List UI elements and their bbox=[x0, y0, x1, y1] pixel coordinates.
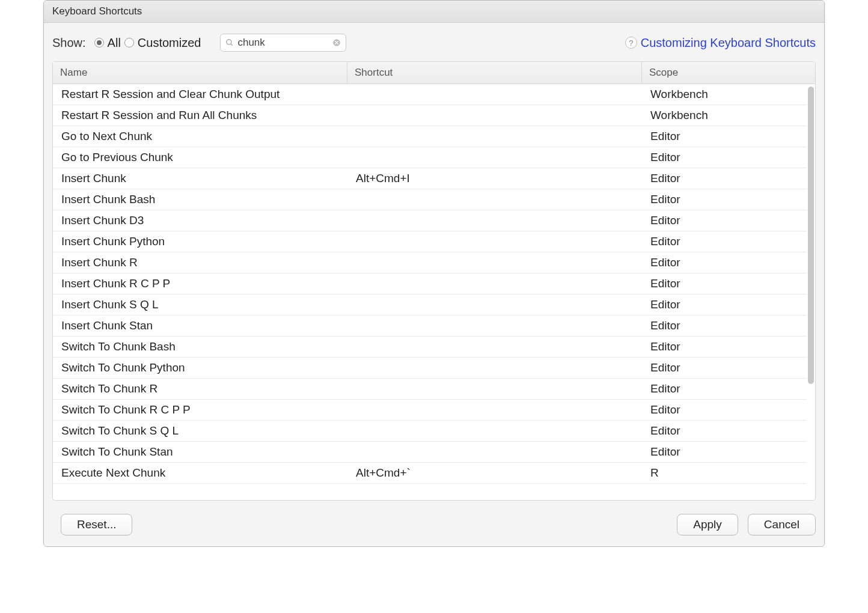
column-header-scope[interactable]: Scope bbox=[642, 62, 815, 84]
table-row[interactable]: Switch To Chunk PythonEditor bbox=[53, 358, 807, 379]
cell-name: Switch To Chunk Bash bbox=[53, 337, 347, 357]
table-row[interactable]: Insert Chunk PythonEditor bbox=[53, 231, 807, 252]
scrollbar[interactable] bbox=[807, 84, 815, 500]
show-radio-group: All Customized bbox=[94, 36, 201, 50]
cell-shortcut[interactable] bbox=[347, 400, 642, 420]
cell-shortcut[interactable] bbox=[347, 252, 642, 273]
scroll-thumb[interactable] bbox=[808, 87, 814, 384]
cell-scope: Editor bbox=[642, 442, 807, 462]
table-row[interactable]: Insert Chunk BashEditor bbox=[53, 189, 807, 210]
table-header: Name Shortcut Scope bbox=[53, 62, 815, 84]
cell-scope: Editor bbox=[642, 252, 807, 273]
cell-shortcut[interactable] bbox=[347, 379, 642, 399]
radio-all-label: All bbox=[108, 36, 121, 50]
cell-shortcut[interactable] bbox=[347, 210, 642, 231]
table-row[interactable]: Switch To Chunk REditor bbox=[53, 379, 807, 400]
table-row[interactable]: Go to Next ChunkEditor bbox=[53, 126, 807, 147]
cell-name: Insert Chunk R C P P bbox=[53, 273, 347, 294]
table-row[interactable]: Insert ChunkAlt+Cmd+IEditor bbox=[53, 168, 807, 189]
cell-name: Execute Next Chunk bbox=[53, 463, 347, 483]
cell-shortcut[interactable]: Alt+Cmd+I bbox=[347, 168, 642, 189]
keyboard-shortcuts-dialog: Keyboard Shortcuts Show: All Customized bbox=[43, 0, 825, 547]
cell-shortcut[interactable] bbox=[347, 105, 642, 126]
toolbar-left: Show: All Customized bbox=[52, 34, 346, 52]
table-row[interactable]: Switch To Chunk BashEditor bbox=[53, 337, 807, 358]
cell-name: Switch To Chunk Python bbox=[53, 358, 347, 378]
svg-point-0 bbox=[227, 40, 231, 44]
radio-all[interactable]: All bbox=[94, 36, 121, 50]
cell-scope: Editor bbox=[642, 147, 807, 168]
dialog-title: Keyboard Shortcuts bbox=[44, 1, 824, 23]
cell-name: Switch To Chunk R bbox=[53, 379, 347, 399]
table-row[interactable]: Insert Chunk REditor bbox=[53, 252, 807, 273]
table-row[interactable]: Insert Chunk S Q LEditor bbox=[53, 294, 807, 316]
toolbar: Show: All Customized bbox=[44, 23, 824, 61]
radio-customized[interactable]: Customized bbox=[124, 36, 201, 50]
cell-name: Restart R Session and Run All Chunks bbox=[53, 105, 347, 126]
cell-scope: Editor bbox=[642, 231, 807, 252]
button-group-right: Apply Cancel bbox=[677, 514, 816, 535]
help-icon[interactable]: ? bbox=[625, 37, 637, 49]
show-label: Show: bbox=[52, 36, 86, 50]
table-row[interactable]: Insert Chunk R C P PEditor bbox=[53, 273, 807, 294]
radio-icon bbox=[94, 38, 104, 47]
clear-search-icon[interactable] bbox=[332, 38, 341, 47]
cell-shortcut[interactable] bbox=[347, 126, 642, 147]
table-row[interactable]: Restart R Session and Run All ChunksWork… bbox=[53, 105, 807, 126]
cell-shortcut[interactable] bbox=[347, 442, 642, 462]
radio-customized-label: Customized bbox=[138, 36, 201, 50]
cell-shortcut[interactable] bbox=[347, 294, 642, 315]
cell-scope: Workbench bbox=[642, 84, 807, 105]
cell-name: Switch To Chunk S Q L bbox=[53, 421, 347, 441]
cell-scope: Editor bbox=[642, 316, 807, 336]
help-link[interactable]: Customizing Keyboard Shortcuts bbox=[641, 36, 816, 50]
cell-shortcut[interactable] bbox=[347, 84, 642, 105]
cell-shortcut[interactable] bbox=[347, 358, 642, 378]
cell-shortcut[interactable] bbox=[347, 231, 642, 252]
reset-button[interactable]: Reset... bbox=[61, 514, 132, 535]
cell-scope: Editor bbox=[642, 273, 807, 294]
table-row[interactable]: Switch To Chunk StanEditor bbox=[53, 442, 807, 463]
cell-scope: Editor bbox=[642, 337, 807, 357]
svg-line-1 bbox=[231, 44, 233, 46]
cell-shortcut[interactable] bbox=[347, 337, 642, 357]
cell-name: Insert Chunk Python bbox=[53, 231, 347, 252]
table-row[interactable]: Switch To Chunk R C P PEditor bbox=[53, 400, 807, 421]
table-row[interactable]: Execute Next ChunkAlt+Cmd+`R bbox=[53, 463, 807, 484]
cell-name: Insert Chunk bbox=[53, 168, 347, 189]
cell-name: Go to Previous Chunk bbox=[53, 147, 347, 168]
table-row[interactable]: Switch To Chunk S Q LEditor bbox=[53, 421, 807, 442]
table-row[interactable]: Insert Chunk D3Editor bbox=[53, 210, 807, 231]
cell-scope: R bbox=[642, 463, 807, 483]
apply-button[interactable]: Apply bbox=[677, 514, 738, 535]
cell-scope: Workbench bbox=[642, 105, 807, 126]
column-header-name[interactable]: Name bbox=[53, 62, 347, 84]
cell-shortcut[interactable] bbox=[347, 273, 642, 294]
table-body: Restart R Session and Clear Chunk Output… bbox=[53, 84, 807, 500]
cell-name: Insert Chunk S Q L bbox=[53, 294, 347, 315]
cell-name: Restart R Session and Clear Chunk Output bbox=[53, 84, 347, 105]
radio-icon bbox=[124, 38, 134, 47]
cell-scope: Editor bbox=[642, 400, 807, 420]
column-header-shortcut[interactable]: Shortcut bbox=[347, 62, 642, 84]
search-input[interactable] bbox=[234, 35, 332, 50]
cell-name: Insert Chunk R bbox=[53, 252, 347, 273]
cell-shortcut[interactable] bbox=[347, 316, 642, 336]
cell-name: Insert Chunk D3 bbox=[53, 210, 347, 231]
table-row[interactable]: Restart R Session and Clear Chunk Output… bbox=[53, 84, 807, 105]
cell-scope: Editor bbox=[642, 358, 807, 378]
cell-shortcut[interactable] bbox=[347, 421, 642, 441]
table-row[interactable]: Go to Previous ChunkEditor bbox=[53, 147, 807, 168]
cell-shortcut[interactable] bbox=[347, 147, 642, 168]
cell-scope: Editor bbox=[642, 168, 807, 189]
cell-scope: Editor bbox=[642, 294, 807, 315]
cancel-button[interactable]: Cancel bbox=[748, 514, 816, 535]
cell-shortcut[interactable] bbox=[347, 189, 642, 210]
cell-scope: Editor bbox=[642, 379, 807, 399]
cell-name: Switch To Chunk R C P P bbox=[53, 400, 347, 420]
cell-shortcut[interactable]: Alt+Cmd+` bbox=[347, 463, 642, 483]
shortcuts-table: Name Shortcut Scope Restart R Session an… bbox=[52, 61, 816, 501]
cell-scope: Editor bbox=[642, 210, 807, 231]
table-row[interactable]: Insert Chunk StanEditor bbox=[53, 316, 807, 337]
search-box[interactable] bbox=[220, 34, 346, 52]
